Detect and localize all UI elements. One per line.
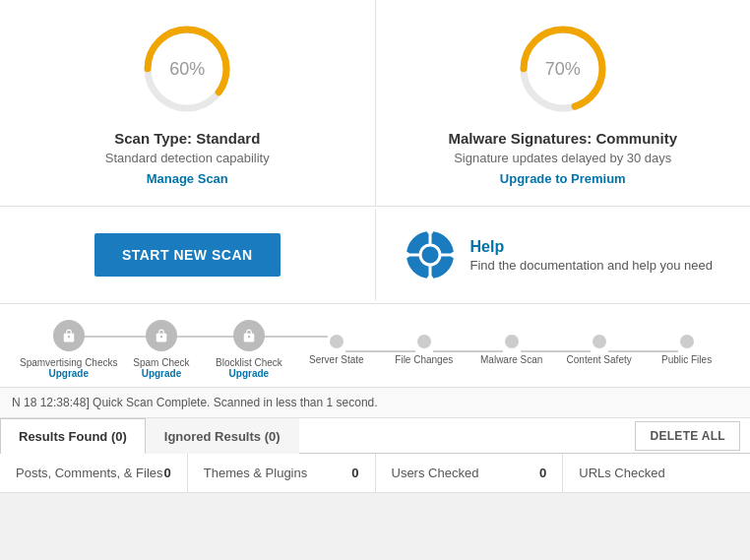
lock-icon (155, 329, 168, 342)
malware-sig-subtitle: Signature updates delayed by 30 days (454, 151, 671, 165)
stat-label-1: Themes & Plugins (204, 466, 308, 480)
step-item-5: Malware Scan (468, 335, 555, 365)
upgrade-premium-link[interactable]: Upgrade to Premium (500, 171, 626, 186)
scan-type-title: Scan Type: Standard (114, 130, 260, 147)
stat-value-2: 0 (539, 466, 546, 480)
step-item-6: Content Safety (555, 335, 643, 365)
stats-row: Posts, Comments, & Files0Themes & Plugin… (0, 454, 750, 493)
step-label-1: Spam Check (133, 357, 189, 368)
stat-item-0: Posts, Comments, & Files0 (0, 454, 188, 492)
lock-icon (242, 329, 256, 342)
main-container: 60% Scan Type: Standard Standard detecti… (0, 0, 750, 493)
scan-type-donut: 60% (138, 20, 236, 118)
step-circle-1 (146, 320, 177, 351)
stat-value-0: 0 (164, 466, 171, 480)
help-icon (406, 230, 455, 280)
step-label-3: Server State (309, 354, 364, 365)
step-item-7: Public Files (643, 335, 730, 365)
action-row: START NEW SCAN Help Find the documentati… (0, 207, 750, 304)
manage-scan-link[interactable]: Manage Scan (147, 171, 228, 186)
step-circle-5 (505, 335, 519, 348)
step-upgrade-2[interactable]: Upgrade (229, 368, 270, 379)
step-circle-4 (417, 335, 431, 348)
help-description: Find the documentation and help you need (470, 258, 713, 273)
malware-sig-title: Malware Signatures: Community (448, 130, 677, 147)
steps-inner: Spamvertising ChecksUpgradeSpam CheckUpg… (10, 320, 740, 379)
stat-item-1: Themes & Plugins0 (188, 454, 376, 492)
stat-label-3: URLs Checked (579, 466, 664, 480)
tab-0[interactable]: Results Found (0) (0, 418, 146, 454)
step-circle-3 (330, 335, 344, 348)
step-item-3: Server State (292, 335, 380, 365)
lock-icon (62, 329, 76, 342)
step-item-0: Spamvertising ChecksUpgrade (20, 320, 117, 379)
help-text-area: Help Find the documentation and help you… (470, 238, 713, 273)
stat-label-0: Posts, Comments, & Files (16, 466, 163, 480)
stat-item-3: URLs Checked (563, 454, 750, 492)
start-scan-button[interactable]: START NEW SCAN (94, 233, 281, 277)
help-title[interactable]: Help (470, 238, 713, 256)
step-label-6: Content Safety (567, 354, 632, 365)
status-message: N 18 12:38:48] Quick Scan Complete. Scan… (12, 396, 378, 409)
stat-item-2: Users Checked0 (376, 454, 564, 492)
step-label-5: Malware Scan (480, 354, 542, 365)
help-area: Help Find the documentation and help you… (376, 207, 751, 303)
step-label-7: Public Files (661, 354, 712, 365)
stat-value-1: 0 (351, 466, 358, 480)
step-circle-7 (680, 335, 694, 348)
tab-1[interactable]: Ignored Results (0) (146, 418, 299, 454)
malware-sig-percent: 70% (545, 59, 581, 80)
step-circle-0 (53, 320, 85, 351)
tabs-row: Results Found (0)Ignored Results (0)DELE… (0, 418, 750, 454)
step-circle-2 (233, 320, 265, 351)
cards-row: 60% Scan Type: Standard Standard detecti… (0, 0, 750, 207)
stat-label-2: Users Checked (392, 466, 479, 480)
step-item-1: Spam CheckUpgrade (117, 320, 205, 379)
step-circle-6 (593, 335, 606, 348)
status-bar: N 18 12:38:48] Quick Scan Complete. Scan… (0, 388, 750, 418)
scan-action-area: START NEW SCAN (0, 210, 376, 300)
scan-type-card: 60% Scan Type: Standard Standard detecti… (0, 0, 376, 206)
step-label-2: Blocklist Check (216, 357, 282, 368)
step-upgrade-0[interactable]: Upgrade (48, 368, 89, 379)
step-label-0: Spamvertising Checks (20, 357, 117, 368)
malware-sig-donut: 70% (514, 20, 612, 118)
malware-sig-card: 70% Malware Signatures: Community Signat… (376, 0, 751, 206)
scan-type-percent: 60% (169, 59, 205, 80)
step-item-4: File Changes (380, 335, 468, 365)
step-label-4: File Changes (395, 354, 453, 365)
steps-row: Spamvertising ChecksUpgradeSpam CheckUpg… (0, 304, 750, 388)
scan-type-subtitle: Standard detection capability (105, 151, 270, 165)
delete-all-button[interactable]: DELETE ALL (635, 421, 740, 451)
step-upgrade-1[interactable]: Upgrade (142, 368, 182, 379)
step-item-2: Blocklist CheckUpgrade (205, 320, 292, 379)
